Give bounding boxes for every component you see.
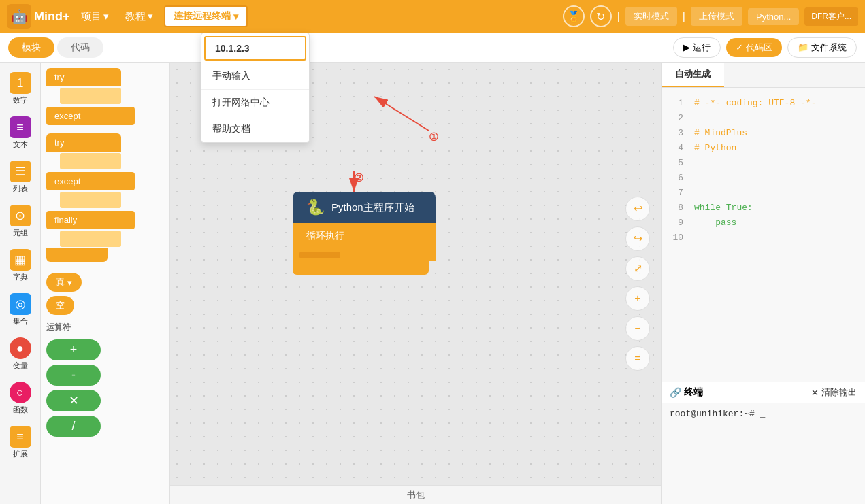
dfr-btn[interactable]: DFR客户... [804, 7, 858, 26]
dict-icon: ▦ [10, 249, 31, 271]
code-line-2: 2 [670, 111, 857, 126]
code-line-10: 10 [670, 231, 857, 246]
set-icon: ◎ [10, 293, 31, 315]
right-panel: 自动生成 1 # -*- coding: UTF-8 -*- 2 3 # Min… [661, 63, 865, 504]
finally-inner [60, 231, 121, 247]
python-btn[interactable]: Python... [748, 8, 799, 25]
code-line-7: 7 [670, 186, 857, 201]
bottom-bar: 书包 [170, 485, 661, 504]
try-block-2[interactable]: try [46, 133, 121, 152]
python-main-block: 🐍 Python主程序开始 循环执行 [293, 192, 436, 275]
true-block[interactable]: 真 ▾ [46, 273, 82, 292]
code-line-6: 6 [670, 171, 857, 186]
sidebar-item-text[interactable]: ≡ 文本 [2, 112, 39, 154]
logo: 🤖 Mind+ [7, 4, 70, 29]
resize-btn[interactable]: ⤢ [625, 256, 650, 281]
tab-auto-generate[interactable]: 自动生成 [662, 63, 724, 87]
refresh-icon[interactable]: ↻ [590, 5, 612, 27]
undo-btn[interactable]: ↩ [625, 197, 650, 221]
try-inner-1 [60, 88, 121, 104]
zoom-in-btn[interactable]: + [625, 286, 650, 311]
tab-blocks[interactable]: 模块 [8, 37, 54, 58]
code-display: 1 # -*- coding: UTF-8 -*- 2 3 # MindPlus… [662, 88, 865, 382]
course-nav[interactable]: 教程 ▾ [120, 7, 159, 26]
right-top: 自动生成 1 # -*- coding: UTF-8 -*- 2 3 # Min… [662, 63, 865, 382]
clear-output-btn[interactable]: ✕ 清除输出 [811, 386, 857, 399]
upload-mode-btn[interactable]: 上传模式 [691, 7, 742, 26]
sidebar-item-var[interactable]: ● 变量 [2, 333, 39, 375]
func-label: 函数 [13, 405, 28, 415]
loop-inner [293, 249, 436, 261]
finally-block[interactable]: finally [46, 211, 135, 229]
toolbar: 模块 代码 ▶ 运行 ✓ 代码区 📁 文件系统 [0, 33, 865, 63]
ops-section-label: 运算符 [46, 322, 164, 333]
terminal-body[interactable]: root@unihiker:~# _ [662, 403, 865, 504]
tuple-icon: ⊙ [10, 205, 31, 226]
try-inner-2 [60, 153, 121, 169]
except-block-2[interactable]: except [46, 172, 135, 190]
zoom-out-btn[interactable]: − [625, 316, 650, 341]
code-line-5: 5 [670, 156, 857, 171]
right-tabs: 自动生成 [662, 63, 865, 88]
except-block-1[interactable]: except [46, 107, 135, 125]
list-icon: ☰ [10, 161, 31, 182]
var-label: 变量 [13, 360, 28, 371]
svg-line-1 [374, 97, 429, 131]
code-line-9: 9 pass [670, 216, 857, 231]
loop-inner-slot [299, 252, 340, 258]
var-icon: ● [10, 337, 31, 359]
text-label: 文本 [13, 139, 28, 150]
tab-code[interactable]: 代码 [57, 37, 103, 58]
sidebar-item-tuple[interactable]: ⊙ 元组 [2, 201, 39, 242]
canvas-controls: ↩ ↪ ⤢ + − = [625, 197, 650, 371]
op-plus[interactable]: + [46, 339, 101, 360]
annotation-2: ② [354, 171, 363, 184]
code-line-4: 4 # Python [670, 141, 857, 156]
header: 🤖 Mind+ 项目 ▾ 教程 ▾ 连接远程终端 ▾ 🏅 ↻ | 实时模式 | … [0, 0, 865, 33]
block-tail [46, 248, 108, 262]
dropdown-help-item[interactable]: 帮助文档 [201, 116, 309, 142]
sidebar-icons: 1 数字 ≡ 文本 ☰ 列表 ⊙ 元组 ▦ 字典 ◎ 集合 ● 变量 ○ 函数 [0, 63, 41, 504]
number-label: 数字 [13, 95, 28, 105]
sidebar-item-ext[interactable]: ≡ 扩展 [2, 422, 39, 463]
sidebar-item-func[interactable]: ○ 函数 [2, 377, 39, 419]
realtime-mode-btn[interactable]: 实时模式 [625, 7, 677, 26]
annotation-1: ① [429, 131, 438, 144]
try-except-finally-group: try except finally [46, 133, 164, 262]
redo-btn[interactable]: ↪ [625, 226, 650, 251]
sidebar-item-dict[interactable]: ▦ 字典 [2, 245, 39, 286]
try-block-1[interactable]: try [46, 68, 121, 86]
terminal-section: 🔗 终端 ✕ 清除输出 root@unihiker:~# _ [662, 382, 865, 504]
sidebar-item-number[interactable]: 1 数字 [2, 68, 39, 110]
header-right: 🏅 ↻ | 实时模式 | 上传模式 Python... DFR客户... [563, 5, 858, 27]
null-block[interactable]: 空 [46, 296, 74, 315]
op-divide[interactable]: / [46, 416, 101, 437]
code-line-3: 3 # MindPlus [670, 126, 857, 141]
connect-dropdown: 10.1.2.3 手动输入 打开网络中心 帮助文档 [201, 33, 310, 143]
try-except-group-1: try except [46, 68, 164, 125]
python-start-header[interactable]: 🐍 Python主程序开始 [293, 192, 436, 223]
terminal-header: 🔗 终端 ✕ 清除输出 [662, 382, 865, 403]
filesystem-button[interactable]: 📁 文件系统 [787, 37, 857, 58]
project-nav[interactable]: 项目 ▾ [76, 7, 114, 26]
op-minus[interactable]: - [46, 365, 101, 386]
code-line-8: 8 while True: [670, 201, 857, 216]
fit-btn[interactable]: = [625, 346, 650, 371]
op-times[interactable]: ✕ [46, 390, 101, 411]
sidebar-item-set[interactable]: ◎ 集合 [2, 289, 39, 331]
logo-icon: 🤖 [7, 4, 31, 29]
code-line-1: 1 # -*- coding: UTF-8 -*- [670, 96, 857, 111]
dropdown-network-item[interactable]: 打开网络中心 [201, 90, 309, 116]
connect-remote-btn[interactable]: 连接远程终端 ▾ [164, 5, 248, 27]
loop-block[interactable]: 循环执行 [293, 223, 436, 249]
main-content: 1 数字 ≡ 文本 ☰ 列表 ⊙ 元组 ▦ 字典 ◎ 集合 ● 变量 ○ 函数 [0, 63, 865, 504]
medal-icon[interactable]: 🏅 [563, 5, 585, 27]
sidebar-item-list[interactable]: ☰ 列表 [2, 156, 39, 198]
ext-label: 扩展 [13, 449, 28, 459]
dropdown-manual-item[interactable]: 手动输入 [201, 63, 309, 90]
set-label: 集合 [13, 316, 28, 326]
dropdown-ip-item[interactable]: 10.1.2.3 [204, 36, 306, 61]
code-area-button[interactable]: ✓ 代码区 [726, 38, 782, 57]
blocks-panel: try except try except finally 真 ▾ 空 运算符 … [41, 63, 170, 504]
run-button[interactable]: ▶ 运行 [673, 37, 721, 58]
